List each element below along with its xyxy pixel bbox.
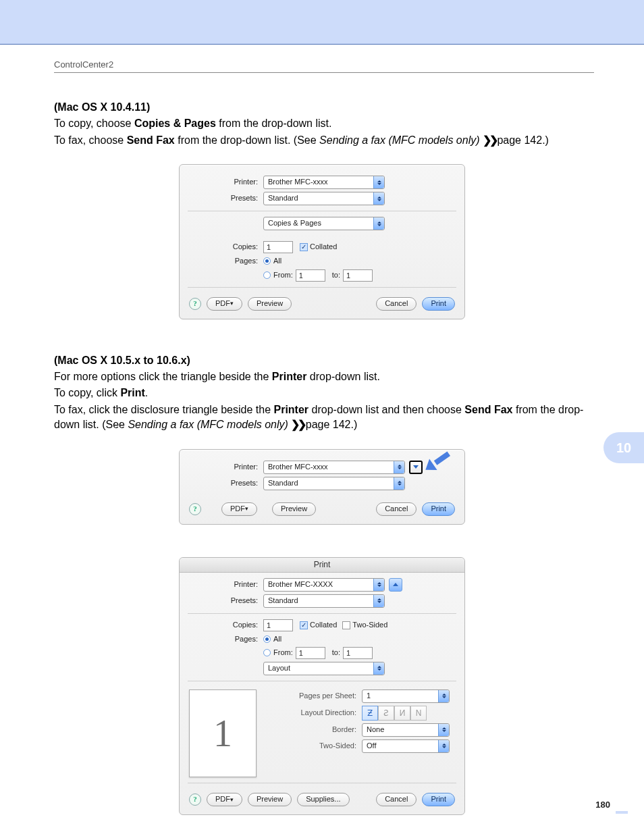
help-button[interactable]: ? bbox=[189, 298, 201, 310]
text: To copy, click bbox=[54, 387, 120, 398]
text: from the drop-down list. bbox=[216, 118, 332, 129]
pages-label: Pages: bbox=[189, 256, 263, 266]
text: To copy, choose bbox=[54, 118, 134, 129]
chevron-updown-icon bbox=[438, 740, 449, 752]
dropdown-value: Copies & Pages bbox=[268, 218, 321, 228]
border-dropdown[interactable]: None bbox=[362, 723, 450, 737]
two-sided-checkbox[interactable] bbox=[342, 621, 350, 629]
chevron-updown-icon bbox=[373, 595, 384, 607]
running-header: ControlCenter2 bbox=[0, 45, 644, 70]
pages-from-input[interactable]: 1 bbox=[296, 647, 325, 659]
pages-range-radio[interactable] bbox=[263, 271, 271, 279]
presets-dropdown[interactable]: Standard bbox=[263, 594, 385, 608]
two-sided-select-label: Two-Sided: bbox=[267, 741, 362, 751]
chevron-updown-icon bbox=[438, 690, 449, 702]
dropdown-value: Standard bbox=[268, 193, 298, 203]
pages-to-input[interactable]: 1 bbox=[343, 647, 373, 659]
page-top-band bbox=[0, 0, 644, 45]
text-bold: Send Fax bbox=[127, 134, 175, 146]
section-heading-1: (Mac OS X 10.4.11) bbox=[54, 100, 590, 115]
divider bbox=[188, 681, 456, 681]
dropdown-value: Brother MFC-xxxx bbox=[268, 462, 328, 472]
cancel-button[interactable]: Cancel bbox=[376, 502, 417, 516]
divider bbox=[188, 613, 456, 614]
pages-all-radio[interactable] bbox=[263, 257, 271, 265]
print-button[interactable]: Print bbox=[422, 502, 455, 516]
print-button[interactable]: Print bbox=[422, 297, 455, 311]
page-number: 180 bbox=[595, 800, 610, 810]
collated-label: Collated bbox=[310, 242, 337, 252]
preview-button[interactable]: Preview bbox=[272, 502, 316, 516]
pages-all-label: All bbox=[273, 256, 281, 266]
help-button[interactable]: ? bbox=[189, 793, 201, 806]
pages-per-sheet-label: Pages per Sheet: bbox=[267, 691, 362, 701]
print-button[interactable]: Print bbox=[422, 793, 455, 806]
from-label: From: bbox=[273, 648, 293, 658]
window-titlebar: Print bbox=[180, 558, 464, 573]
chevron-updown-icon bbox=[394, 461, 404, 473]
text: To fax, choose bbox=[54, 134, 127, 146]
section-dropdown[interactable]: Layout bbox=[263, 662, 385, 675]
pages-per-sheet-dropdown[interactable]: 1 bbox=[362, 689, 450, 703]
printer-label: Printer: bbox=[189, 579, 263, 590]
printer-dropdown[interactable]: Brother MFC-XXXX bbox=[263, 578, 385, 592]
layout-n2-icon: N bbox=[416, 708, 422, 719]
preview-button[interactable]: Preview bbox=[248, 793, 292, 806]
text-italic-link[interactable]: Sending a fax (MFC models only) bbox=[128, 419, 288, 430]
two-sided-label: Two-Sided bbox=[352, 620, 387, 630]
to-label: to: bbox=[332, 648, 340, 658]
collated-label: Collated bbox=[310, 620, 337, 630]
layout-direction-2[interactable]: Ƨ bbox=[378, 706, 394, 721]
copies-label: Copies: bbox=[189, 242, 263, 252]
page-ref-arrows-icon: ❯❯ bbox=[291, 419, 305, 430]
printer-dropdown[interactable]: Brother MFC-xxxx bbox=[263, 461, 405, 474]
chapter-tab: 10 bbox=[603, 432, 644, 463]
preview-button[interactable]: Preview bbox=[248, 297, 292, 311]
printer-dropdown[interactable]: Brother MFC-xxxx bbox=[263, 176, 385, 189]
two-sided-dropdown[interactable]: Off bbox=[362, 739, 450, 753]
layout-direction-4[interactable]: N bbox=[410, 706, 427, 721]
paragraph: To copy, click Print. bbox=[54, 386, 590, 400]
help-button[interactable]: ? bbox=[189, 503, 201, 515]
pdf-menu-button[interactable]: PDF bbox=[221, 502, 257, 516]
text: page 142.) bbox=[306, 419, 358, 430]
text-bold: Printer bbox=[274, 404, 309, 415]
supplies-button[interactable]: Supplies... bbox=[297, 793, 349, 806]
text: page 142.) bbox=[497, 134, 549, 146]
text-italic-link[interactable]: Sending a fax (MFC models only) bbox=[319, 134, 479, 146]
cancel-button[interactable]: Cancel bbox=[376, 297, 417, 311]
presets-dropdown[interactable]: Standard bbox=[263, 192, 385, 205]
printer-label: Printer: bbox=[189, 462, 263, 472]
text-bold: Send Fax bbox=[464, 404, 512, 415]
text: drop-down list and then choose bbox=[308, 404, 464, 415]
collated-checkbox[interactable] bbox=[300, 621, 308, 629]
pages-all-radio[interactable] bbox=[263, 635, 271, 643]
chevron-updown-icon bbox=[373, 579, 384, 591]
section-dropdown[interactable]: Copies & Pages bbox=[263, 217, 385, 230]
pdf-menu-button[interactable]: PDF bbox=[207, 297, 242, 311]
chevron-updown-icon bbox=[438, 724, 449, 736]
layout-direction-3[interactable]: И bbox=[394, 706, 410, 721]
pages-from-input[interactable]: 1 bbox=[296, 269, 325, 282]
pdf-menu-button[interactable]: PDF bbox=[207, 793, 242, 806]
divider bbox=[188, 287, 456, 288]
copies-input[interactable]: 1 bbox=[263, 619, 293, 631]
cancel-button[interactable]: Cancel bbox=[376, 793, 417, 806]
pages-range-radio[interactable] bbox=[263, 649, 271, 656]
copies-input[interactable]: 1 bbox=[263, 241, 293, 253]
disclosure-down-button[interactable] bbox=[409, 461, 423, 474]
layout-direction-1[interactable]: Ƶ bbox=[362, 706, 378, 721]
pages-to-input[interactable]: 1 bbox=[343, 269, 373, 282]
chevron-updown-icon bbox=[373, 176, 384, 188]
pages-label: Pages: bbox=[189, 634, 263, 644]
collated-checkbox[interactable] bbox=[300, 243, 308, 251]
presets-dropdown[interactable]: Standard bbox=[263, 477, 405, 490]
layout-s-icon: Ƨ bbox=[383, 708, 389, 719]
text: To fax, click the disclosure triangle be… bbox=[54, 404, 274, 415]
print-dialog-10-4: Printer: Brother MFC-xxxx Presets: Stand… bbox=[179, 164, 465, 319]
text: . bbox=[145, 387, 148, 398]
divider bbox=[188, 211, 456, 211]
from-label: From: bbox=[273, 270, 293, 280]
layout-z-icon: Ƶ bbox=[367, 708, 373, 719]
disclosure-up-button[interactable] bbox=[389, 578, 402, 592]
